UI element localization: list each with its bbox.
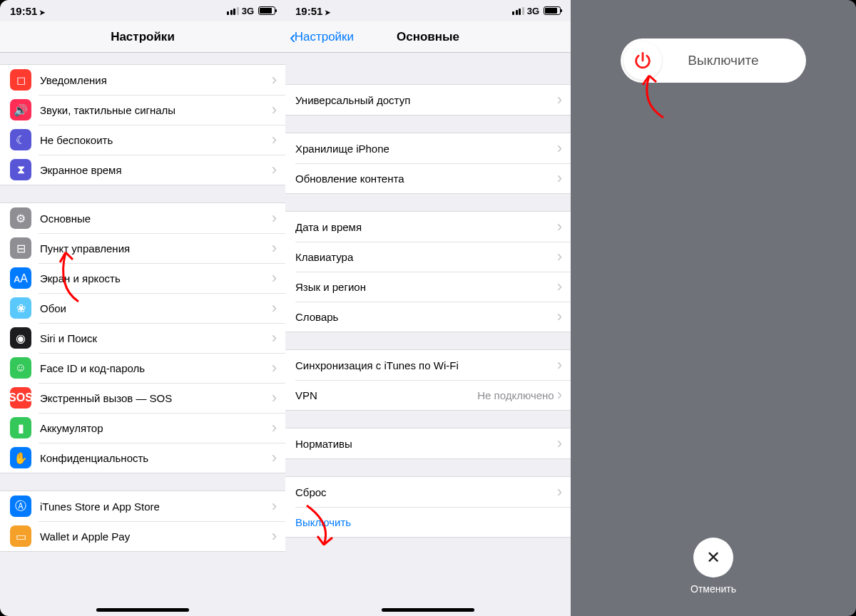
row-label: Обновление контента bbox=[295, 173, 557, 185]
list-item[interactable]: 🔊Звуки, тактильные сигналы› bbox=[0, 95, 285, 125]
row-label: Не беспокоить bbox=[40, 134, 272, 146]
location-icon: ➤ bbox=[325, 9, 330, 16]
close-icon: ✕ bbox=[706, 548, 720, 568]
list-item[interactable]: Синхронизация с iTunes по Wi-Fi› bbox=[285, 350, 571, 380]
row-label: Face ID и код-пароль bbox=[40, 362, 272, 374]
chevron-right-icon: › bbox=[557, 386, 562, 404]
chevron-right-icon: › bbox=[272, 269, 277, 287]
row-label: Экранное время bbox=[40, 164, 272, 176]
cancel-button[interactable]: ✕ bbox=[693, 538, 733, 578]
row-label: Пункт управления bbox=[40, 242, 272, 255]
row-label: Звуки, тактильные сигналы bbox=[40, 104, 272, 116]
settings-root-screen: 19:51➤ 3G Настройки ◻Уведомления›🔊Звуки,… bbox=[0, 0, 285, 616]
status-bar: 19:51➤ 3G bbox=[285, 0, 571, 21]
list-item[interactable]: Выключить bbox=[285, 507, 571, 537]
row-label: Siri и Поиск bbox=[40, 332, 272, 344]
list-item[interactable]: Универсальный доступ› bbox=[285, 85, 571, 115]
back-button[interactable]: ‹Настройки bbox=[290, 21, 354, 52]
list-item[interactable]: ⧗Экранное время› bbox=[0, 155, 285, 185]
power-icon bbox=[633, 51, 653, 71]
row-label: Уведомления bbox=[40, 74, 272, 86]
row-label: Основные bbox=[40, 212, 272, 225]
list-item[interactable]: Сброс› bbox=[285, 477, 571, 507]
chevron-right-icon: › bbox=[557, 277, 562, 296]
status-bar: 19:51➤ 3G bbox=[0, 0, 285, 21]
row-label: Экстренный вызов — SOS bbox=[40, 392, 272, 404]
list-item[interactable]: SOSЭкстренный вызов — SOS› bbox=[0, 383, 285, 413]
chevron-right-icon: › bbox=[272, 329, 277, 347]
location-icon: ➤ bbox=[39, 9, 45, 16]
screentime-icon: ⧗ bbox=[10, 159, 31, 180]
cancel-area: ✕ Отменить bbox=[571, 538, 856, 595]
row-label: Словарь bbox=[295, 311, 557, 323]
slide-to-power-off[interactable]: Выключите bbox=[621, 38, 806, 83]
row-label: Нормативы bbox=[295, 438, 557, 450]
chevron-right-icon: › bbox=[557, 483, 562, 501]
chevron-right-icon: › bbox=[557, 356, 562, 374]
list-item[interactable]: VPNНе подключено› bbox=[285, 380, 571, 410]
list-item[interactable]: ❀Обои› bbox=[0, 293, 285, 323]
row-label: Клавиатура bbox=[295, 251, 557, 263]
list-item[interactable]: ☺Face ID и код-пароль› bbox=[0, 353, 285, 383]
general-icon: ⚙ bbox=[10, 207, 31, 229]
battery-icon bbox=[258, 6, 275, 15]
chevron-right-icon: › bbox=[272, 299, 277, 317]
nav-bar: Настройки bbox=[0, 21, 285, 53]
list-item[interactable]: Клавиатура› bbox=[285, 242, 571, 272]
chevron-right-icon: › bbox=[272, 497, 277, 515]
power-knob[interactable] bbox=[623, 41, 662, 80]
list-item[interactable]: ▮Аккумулятор› bbox=[0, 413, 285, 443]
carrier-label: 3G bbox=[242, 6, 254, 16]
list-item[interactable]: ᴀAЭкран и яркость› bbox=[0, 263, 285, 293]
list-item[interactable]: ▭Wallet и Apple Pay› bbox=[0, 521, 285, 551]
list-item[interactable]: Хранилище iPhone› bbox=[285, 133, 571, 163]
list-item[interactable]: ✋Конфиденциальность› bbox=[0, 443, 285, 473]
row-label: Язык и регион bbox=[295, 281, 557, 293]
wallet-icon: ▭ bbox=[10, 525, 31, 547]
chevron-right-icon: › bbox=[272, 101, 277, 119]
control-center-icon: ⊟ bbox=[10, 237, 31, 259]
list-item[interactable]: ⊟Пункт управления› bbox=[0, 233, 285, 263]
chevron-right-icon: › bbox=[557, 217, 562, 236]
row-label: Обои bbox=[40, 302, 272, 314]
chevron-right-icon: › bbox=[272, 389, 277, 407]
chevron-right-icon: › bbox=[557, 139, 562, 158]
general-list[interactable]: Универсальный доступ› Хранилище iPhone›О… bbox=[285, 84, 571, 538]
list-item[interactable]: Нормативы› bbox=[285, 428, 571, 458]
chevron-right-icon: › bbox=[557, 434, 562, 453]
list-item[interactable]: Обновление контента› bbox=[285, 163, 571, 193]
row-label: Дата и время bbox=[295, 221, 557, 233]
signal-icon bbox=[227, 7, 239, 15]
wallpaper-icon: ❀ bbox=[10, 297, 31, 319]
dnd-icon: ☾ bbox=[10, 129, 31, 150]
chevron-right-icon: › bbox=[272, 527, 277, 545]
siri-icon: ◉ bbox=[10, 327, 31, 349]
faceid-icon: ☺ bbox=[10, 357, 31, 379]
list-item[interactable]: Дата и время› bbox=[285, 212, 571, 242]
status-time: 19:51 bbox=[10, 5, 37, 17]
sounds-icon: 🔊 bbox=[10, 99, 31, 120]
row-label: Аккумулятор bbox=[40, 422, 272, 434]
chevron-right-icon: › bbox=[557, 307, 562, 326]
battery-icon: ▮ bbox=[10, 417, 31, 438]
chevron-right-icon: › bbox=[272, 448, 277, 467]
list-item[interactable]: ⒶiTunes Store и App Store› bbox=[0, 491, 285, 521]
list-item[interactable]: Язык и регион› bbox=[285, 272, 571, 302]
chevron-right-icon: › bbox=[272, 209, 277, 227]
page-title: Настройки bbox=[111, 30, 175, 44]
list-item[interactable]: Словарь› bbox=[285, 302, 571, 332]
settings-list[interactable]: ◻Уведомления›🔊Звуки, тактильные сигналы›… bbox=[0, 64, 285, 552]
slide-label: Выключите bbox=[662, 53, 806, 68]
chevron-right-icon: › bbox=[272, 71, 277, 89]
row-label: Wallet и Apple Pay bbox=[40, 530, 272, 543]
list-item[interactable]: ☾Не беспокоить› bbox=[0, 125, 285, 155]
chevron-right-icon: › bbox=[272, 239, 277, 257]
page-title: Основные bbox=[397, 30, 459, 44]
list-item[interactable]: ◻Уведомления› bbox=[0, 65, 285, 95]
row-label: Экран и яркость bbox=[40, 272, 272, 284]
list-item[interactable]: ⚙Основные› bbox=[0, 203, 285, 233]
home-indicator[interactable] bbox=[382, 608, 474, 612]
list-item[interactable]: ◉Siri и Поиск› bbox=[0, 323, 285, 353]
home-indicator[interactable] bbox=[96, 608, 189, 612]
row-label: VPN bbox=[295, 389, 477, 401]
